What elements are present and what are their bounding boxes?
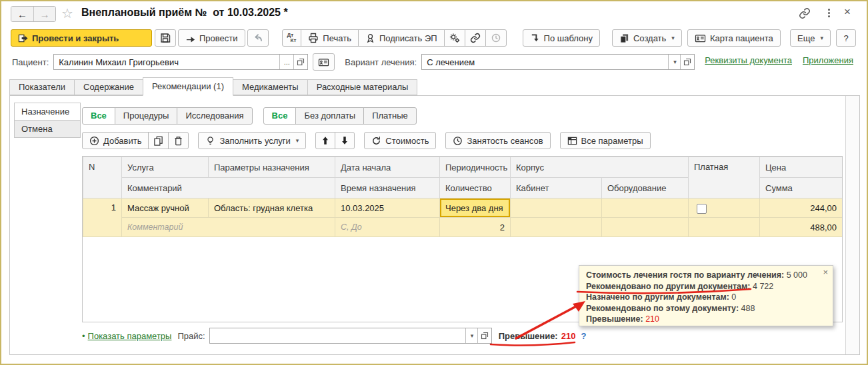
patient-badge-button[interactable] <box>313 53 335 71</box>
cell-price[interactable]: 244,00 <box>760 198 843 218</box>
cell-room-2[interactable] <box>511 218 602 237</box>
filter-payment-all[interactable]: Все <box>263 107 297 125</box>
copy-row-button[interactable] <box>148 132 169 149</box>
tooltip-close-icon[interactable]: × <box>823 268 828 276</box>
chevron-down-icon: ▾ <box>296 137 299 144</box>
col-comment: Комментарий <box>122 178 335 198</box>
paid-checkbox[interactable] <box>697 204 707 214</box>
tab-pokazateli[interactable]: Показатели <box>9 79 75 95</box>
treatment-variant-combo[interactable]: С лечением ▾ <box>421 54 695 70</box>
price-list-combo[interactable]: ▾ <box>209 328 492 344</box>
filter-type-research[interactable]: Исследования <box>177 107 252 125</box>
sign-ep-button[interactable]: Подписать ЭП <box>358 29 445 47</box>
command-bar: Провести и закрыть Провести ДтКт <box>11 29 781 47</box>
filter-payment-group: Все Без доплаты Платные <box>263 107 417 125</box>
get-link-icon[interactable] <box>799 7 811 19</box>
close-icon[interactable]: × <box>844 5 851 19</box>
field-bar: Пациент: Калинин Михаил Григорьевич ... … <box>12 53 695 71</box>
filter-payment-free[interactable]: Без доплаты <box>295 107 364 125</box>
history-button[interactable] <box>485 29 507 47</box>
cell-sum[interactable]: 488,00 <box>760 218 843 237</box>
print-button[interactable]: Печать <box>301 29 359 47</box>
tab-rashodnye-materialy[interactable]: Расходные материалы <box>307 79 418 95</box>
print-icon <box>308 33 319 43</box>
cell-time-placeholder[interactable]: С, До <box>335 218 440 237</box>
more-button[interactable]: Еще ▾ <box>790 29 831 47</box>
filter-payment-paid[interactable]: Платные <box>363 107 417 125</box>
vertical-scrollbar[interactable] <box>845 96 859 354</box>
undo-button[interactable] <box>247 29 269 47</box>
move-down-button[interactable] <box>335 132 355 149</box>
history-icon <box>491 33 501 43</box>
filter-type-group: Все Процедуры Исследования <box>82 107 253 125</box>
fill-services-button[interactable]: Заполнить услуги ▾ <box>198 132 306 149</box>
col-n: N <box>83 157 122 198</box>
cell-start-date[interactable]: 10.03.2025 <box>335 198 440 218</box>
cell-paid-2[interactable] <box>689 218 760 237</box>
col-building: Корпус <box>511 157 689 178</box>
sessions-label: Занятость сеансов <box>467 136 543 146</box>
patient-choose-button[interactable]: ... <box>279 55 293 69</box>
cell-quantity[interactable]: 2 <box>440 218 511 237</box>
save-icon <box>160 33 171 43</box>
cell-room[interactable] <box>511 198 602 218</box>
sessions-button[interactable]: Занятость сеансов <box>445 132 550 149</box>
dtkt-icon: ДтКт <box>287 33 297 43</box>
cell-equipment-2[interactable] <box>602 218 689 237</box>
excess-help-icon[interactable]: ? <box>581 331 586 341</box>
side-tab-naznachenie[interactable]: Назначение <box>14 103 81 121</box>
app-window: ← → ☆ Внеплановый приём № от 10.03.2025 … <box>0 0 868 365</box>
tab-soderzhanie[interactable]: Содержание <box>74 79 143 95</box>
badge-card-icon <box>318 57 329 67</box>
tooltip-line: Рекомендовано по этому документу: 488 <box>586 303 826 314</box>
cell-assign-params[interactable]: Область: грудная клетка <box>209 198 335 218</box>
gears-button[interactable] <box>444 29 465 47</box>
cell-equipment[interactable] <box>602 198 689 218</box>
cost-button[interactable]: Стоимость <box>364 132 436 149</box>
excess-label: Превышение: <box>499 331 558 341</box>
cell-comment-placeholder[interactable]: Комментарий <box>122 218 335 237</box>
delete-row-button[interactable] <box>168 132 189 149</box>
add-icon <box>89 136 99 146</box>
price-list-dropdown-button[interactable]: ▾ <box>465 328 477 343</box>
price-list-open-button[interactable] <box>477 328 491 343</box>
dtkt-button[interactable]: ДтКт <box>282 29 302 47</box>
cell-service[interactable]: Массаж ручной <box>122 198 209 218</box>
treatment-dropdown-button[interactable]: ▾ <box>668 55 680 69</box>
save-button[interactable] <box>155 29 176 47</box>
post-and-close-button[interactable]: Провести и закрыть <box>11 29 152 47</box>
attach-link-button[interactable] <box>465 29 486 47</box>
post-button[interactable]: Провести <box>178 29 245 47</box>
create-button[interactable]: Создать ▾ <box>612 29 682 47</box>
patient-input[interactable]: Калинин Михаил Григорьевич ... <box>53 54 308 70</box>
document-requisites-link[interactable]: Реквизиты документа <box>705 55 792 65</box>
add-row-label: Добавить <box>103 136 141 146</box>
back-button[interactable]: ← <box>11 7 33 21</box>
grid-data-row-2: Комментарий С, До 2 488,00 <box>83 218 843 237</box>
move-up-button[interactable] <box>315 132 335 149</box>
by-template-button[interactable]: По шаблону <box>523 29 600 47</box>
treatment-open-button[interactable] <box>680 55 694 69</box>
filter-type-procedures[interactable]: Процедуры <box>115 107 178 125</box>
all-params-button[interactable]: Все параметры <box>560 132 651 149</box>
more-dots-icon[interactable] <box>828 9 830 17</box>
side-tab-otmena[interactable]: Отмена <box>14 120 81 138</box>
patient-open-button[interactable] <box>293 55 307 69</box>
grid-toolbar: Добавить Заполнить услуги <box>82 132 651 149</box>
favorite-star-icon[interactable]: ☆ <box>61 5 73 21</box>
show-params-link[interactable]: Показать параметры <box>88 331 172 341</box>
all-params-label: Все параметры <box>581 136 643 146</box>
window-title: Внеплановый приём № от 10.03.2025 * <box>81 7 288 19</box>
cell-row-number[interactable]: 1 <box>83 198 122 237</box>
header-links: Реквизиты документа Приложения <box>705 55 853 65</box>
tab-rekomendacii[interactable]: Рекомендации (1) <box>143 77 233 96</box>
add-row-button[interactable]: Добавить <box>82 132 149 149</box>
cell-periodicity-selected[interactable]: Через два дня <box>440 198 511 218</box>
attachments-link[interactable]: Приложения <box>803 55 853 65</box>
tab-medikamenty[interactable]: Медикаменты <box>233 79 308 95</box>
forward-button[interactable]: → <box>33 7 55 21</box>
patient-card-button[interactable]: Карта пациента <box>687 29 781 47</box>
help-button[interactable]: ? <box>836 29 856 47</box>
cell-paid[interactable] <box>689 198 760 218</box>
filter-type-all[interactable]: Все <box>82 107 115 125</box>
